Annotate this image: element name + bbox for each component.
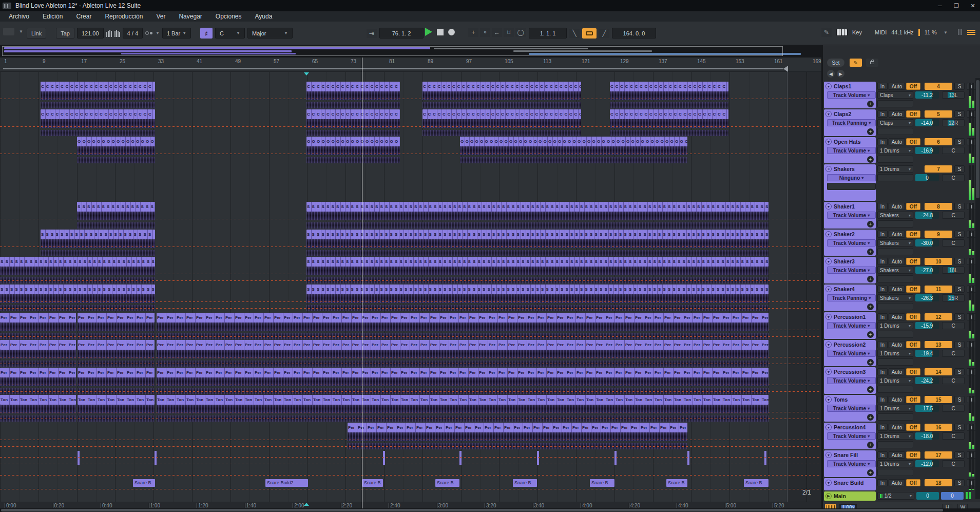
monitor-off-button[interactable]: Off	[906, 313, 920, 320]
track-pan-field[interactable]: C	[942, 212, 965, 219]
loop-button[interactable]	[582, 28, 597, 39]
add-automation-lane-button[interactable]: +	[867, 249, 874, 255]
solo-button[interactable]: S	[954, 424, 965, 431]
scale-name-menu[interactable]: Major▼	[247, 28, 293, 39]
automation-param-menu[interactable]: Ninguno	[827, 174, 876, 181]
track-pan-field[interactable]: C	[942, 322, 965, 329]
solo-button[interactable]: S	[954, 258, 965, 265]
solo-button[interactable]: S	[954, 231, 965, 238]
monitor-off-button[interactable]: Off	[906, 203, 920, 210]
track-volume-field[interactable]: -16.9	[915, 147, 939, 154]
add-automation-lane-button[interactable]: +	[867, 414, 874, 421]
scale-root-menu[interactable]: C▼	[215, 28, 245, 39]
track-fold-icon[interactable]: ▼	[825, 139, 832, 145]
key-map-button[interactable]: Key	[852, 29, 862, 35]
track-arm-number[interactable]: 14	[925, 368, 952, 375]
re-enable-automation-icon[interactable]: ←	[492, 28, 502, 37]
clip-snare-fill[interactable]	[537, 451, 539, 465]
track-volume-field[interactable]: -26.3	[915, 294, 939, 301]
horizontal-scrollbar[interactable]	[0, 508, 980, 512]
track-routing-menu[interactable]: 1 Drums	[877, 322, 913, 329]
clip-claps2[interactable]: CCCCCCCCCCCCCCCCCCCCCCC	[41, 109, 155, 119]
solo-button[interactable]: S	[954, 313, 965, 320]
monitor-off-button[interactable]: Off	[906, 83, 920, 90]
monitor-auto-button[interactable]: Auto	[889, 341, 905, 348]
track-fold-icon[interactable]: ▼	[825, 452, 832, 458]
main-track-name[interactable]: ▶ Main	[824, 491, 876, 501]
monitor-in-button[interactable]: In	[877, 368, 888, 375]
automation-param-menu[interactable]: Track Panning	[827, 294, 876, 301]
close-icon[interactable]: ✕	[965, 0, 980, 11]
add-automation-lane-button[interactable]: +	[867, 304, 874, 310]
monitor-in-button[interactable]: In	[877, 138, 888, 145]
time-ruler[interactable]: 0:000:200:401:001:201:402:002:202:403:00…	[0, 502, 821, 508]
clip-claps2[interactable]: CCCCCCCCCCCCCCCCCCCCCCCC	[610, 109, 728, 119]
solo-button[interactable]: S	[954, 451, 965, 459]
add-automation-lane-button[interactable]: +	[867, 221, 874, 227]
track-volume-field[interactable]: -17.5	[915, 405, 939, 412]
track-routing-menu[interactable]: Shakers	[877, 212, 913, 219]
arrangement-position-field[interactable]: 76. 1. 2	[379, 28, 424, 39]
group-routing-menu[interactable]: 1 Drums	[877, 165, 913, 173]
track-arm-number[interactable]: 7	[925, 165, 952, 173]
monitor-in-button[interactable]: In	[877, 286, 888, 293]
track-fold-icon[interactable]: ▼	[825, 480, 832, 486]
tap-tempo-button[interactable]: Tap	[56, 28, 74, 39]
draw-mode-icon[interactable]: ✎	[821, 28, 832, 37]
track-fold-icon[interactable]: ▼	[825, 231, 832, 237]
track-header-shaker1[interactable]: ▼Shaker1InAutoOff8STrack VolumeShakers-2…	[824, 202, 978, 229]
clip-snare-build[interactable]: Snare B	[513, 479, 537, 487]
monitor-auto-button[interactable]: Auto	[889, 396, 905, 403]
clip-claps1[interactable]: CCCCCCCCCCCCCCCCCCCCCCC	[41, 82, 155, 91]
lock-envelopes-button[interactable]	[866, 59, 878, 67]
track-routing-menu[interactable]: Shakers	[877, 267, 913, 274]
track-volume-field[interactable]: -18.0	[915, 432, 939, 440]
monitor-off-button[interactable]: Off	[906, 368, 920, 375]
clip-percussion3[interactable]: PerPerPerPerPerPerPerPer	[0, 368, 76, 377]
clip-snare-build[interactable]: Snare Build2	[265, 479, 308, 487]
monitor-auto-button[interactable]: Auto	[889, 138, 905, 145]
track-pan-field[interactable]: 12R	[942, 119, 965, 126]
punch-start-field[interactable]: 1. 1. 1	[529, 28, 567, 39]
midi-keyboard-icon[interactable]	[836, 29, 848, 36]
track-routing-menu[interactable]: Claps	[877, 91, 913, 99]
track-fold-icon[interactable]: ▼	[825, 83, 832, 89]
monitor-in-button[interactable]: In	[877, 424, 888, 431]
solo-button[interactable]: S	[954, 138, 965, 145]
monitor-auto-button[interactable]: Auto	[889, 424, 905, 431]
track-header-shaker4[interactable]: ▼Shaker4InAutoOff11STrack PanningShakers…	[824, 285, 978, 312]
track-pan-field[interactable]: C	[942, 350, 965, 357]
monitor-off-button[interactable]: Off	[906, 110, 920, 118]
track-routing-menu[interactable]: 1 Drums	[877, 147, 913, 154]
add-automation-lane-button[interactable]: +	[867, 442, 874, 448]
add-automation-lane-button[interactable]: +	[867, 101, 874, 107]
main-pan-field[interactable]: 0	[941, 492, 964, 500]
track-pan-field[interactable]: C	[942, 432, 965, 440]
clip-claps2[interactable]: CCCCCCCCCCCCCCCCCCC	[306, 109, 400, 119]
track-fold-icon[interactable]: ▼	[825, 286, 832, 292]
clip-percussion2[interactable]: PerPerPerPerPerPerPerPer	[0, 340, 76, 350]
clip-snare-fill[interactable]	[155, 451, 157, 465]
arrangement-area[interactable]: 2/1 CCCCCCCCCCCCCCCCCCCCCCCCCCCCCCCCCCCC…	[0, 72, 821, 502]
monitor-in-button[interactable]: In	[877, 83, 888, 90]
clip-snare-fill[interactable]	[78, 451, 80, 465]
monitor-off-button[interactable]: Off	[906, 479, 920, 486]
clip-snare-build[interactable]: Snare B	[133, 479, 155, 487]
solo-button[interactable]: S	[954, 286, 965, 293]
track-arm-number[interactable]: 4	[925, 83, 952, 90]
track-fold-icon[interactable]: ▼	[825, 314, 832, 320]
clip-shaker1[interactable]: SSSSSSSSSSSSSSSS	[77, 202, 155, 212]
add-automation-lane-button[interactable]: +	[867, 469, 874, 476]
track-header-percussion1[interactable]: ▼Percussion1InAutoOff12STrack Volume1 Dr…	[824, 312, 978, 339]
monitor-auto-button[interactable]: Auto	[889, 286, 905, 293]
clip-shaker2[interactable]: SSSSSSSSSSSSSSSSSSSSSSSSSSSSSSSSSSSSSSSS…	[306, 230, 768, 239]
monitor-auto-button[interactable]: Auto	[889, 451, 905, 459]
punch-out-icon[interactable]: ╱	[599, 29, 609, 38]
track-fold-icon[interactable]: ▼	[825, 203, 832, 210]
track-volume-field[interactable]: 0	[915, 174, 939, 181]
group-fold-icon[interactable]: ≡	[825, 166, 832, 172]
track-routing-menu[interactable]: 1 Drums	[877, 350, 913, 357]
track-arm-number[interactable]: 15	[925, 396, 952, 403]
add-automation-lane-button[interactable]: +	[867, 128, 874, 135]
track-header-shaker2[interactable]: ▼Shaker2InAutoOff9STrack VolumeShakers-3…	[824, 230, 978, 256]
